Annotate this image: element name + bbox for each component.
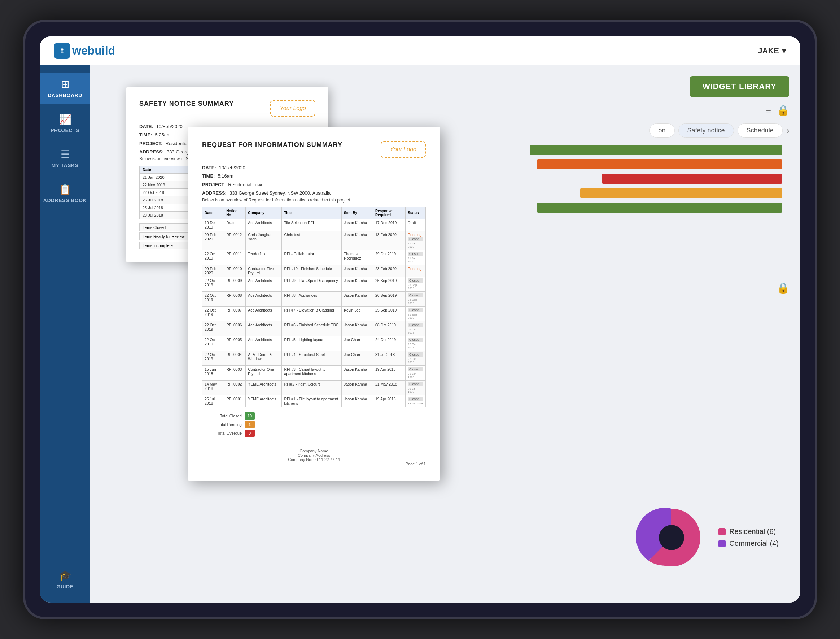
table-row: 10 Dec 2019 Draft Ace Architects Tile Se… [203,219,426,231]
rfi-totals: Total Closed 10 Total Pending 1 Total Ov… [202,412,426,437]
sidebar-item-guide[interactable]: 🎓 GUIDE [40,564,90,595]
closed-badge: Closed [408,367,423,372]
status-date: 22 Oct 2019 [408,343,423,349]
lock-icon-2: 🔒 [777,282,789,294]
footer-company: Company Name [202,449,426,453]
pie-donut-hole [659,525,684,550]
chevron-down-icon: ▾ [782,46,786,56]
rfi-col-response: Response Required [373,207,405,219]
footer-address: Company Address [202,453,426,458]
sidebar-item-dashboard[interactable]: ⊞ DASHBOARD [40,73,90,104]
rfi-col-notice: Notice No. [224,207,246,219]
rfi-col-sent-by: Sent By [341,207,373,219]
status-badge: Pending [408,266,422,271]
tab-on[interactable]: on [650,124,675,138]
status-date: 25 Sep 2019 [408,298,423,305]
logo-text: webuild [72,44,115,57]
top-bar-right: JAKE ▾ [758,46,786,56]
tasks-icon: ☰ [60,148,70,160]
widget-library-button[interactable]: WIDGET LIBRARY [689,76,789,97]
commercial-color-dot [718,540,726,547]
table-row: 15 Jun 2018 RFI.0003 Contractor One Pty … [203,366,426,380]
closed-badge: Closed [408,293,423,297]
closed-badge: Closed [408,252,423,256]
sidebar-dashboard-label: DASHBOARD [48,92,82,98]
closed-badge: Closed [408,237,423,241]
username: JAKE [758,46,779,56]
sidebar-item-address-book[interactable]: 📋 ADDRESS BOOK [40,178,90,209]
safety-notice-title: SAFETY NOTICE SUMMARY [139,100,234,108]
bar-4 [580,188,782,198]
total-pending-label: Total Pending [202,423,242,427]
rfi-title: REQUEST FOR INFORMATION SUMMARY [202,141,342,149]
total-pending-value: 1 [245,421,255,428]
closed-badge: Closed [408,308,423,312]
rfi-description: Below is an overview of Request for Info… [202,197,426,202]
rfi-logo: Your Logo [381,141,426,158]
status-date: 01 Jan 1970 [408,387,423,394]
status-date: 22 Oct 2019 [408,358,423,364]
document-stack: SAFETY NOTICE SUMMARY Your Logo DATE:10/… [126,87,401,593]
table-row: 22 Oct 2019 RFI.0006 Ace Architects RFI … [203,321,426,336]
rfi-footer: Company Name Company Address Company No:… [202,444,426,462]
legend-commercial: Commercial (4) [718,539,779,548]
commercial-label: Commercial (4) [729,539,779,548]
table-row: 22 Oct 2019 RFI.0011 Tenderfield RFI - C… [203,250,426,265]
status-badge: Pending [408,232,422,237]
closed-badge: Closed [408,397,423,401]
pie-legend: Residential (6) Commercial (4) [718,528,779,548]
tabs-chevron[interactable]: › [786,125,789,137]
rfi-col-company: Company [246,207,282,219]
lock-icon-right: 🔒 [777,282,789,294]
bar-3 [602,174,782,184]
filter-icon[interactable]: ≡ [766,105,771,116]
table-row: 22 Oct 2019 RFI.0009 Ace Architects RFI … [203,277,426,291]
total-closed-label: Total Closed [202,414,242,418]
tab-safety-notice[interactable]: Safety notice [678,124,734,138]
table-row: 09 Feb 2020 RFI.0010 Contractor Five Pty… [203,265,426,277]
address-book-icon: 📋 [59,183,71,195]
table-row: 14 May 2018 RFI.0002 YEME Architects RFI… [203,380,426,395]
sidebar-item-my-tasks[interactable]: ☰ MY TASKS [40,143,90,174]
table-row: 22 Oct 2019 RFI.0004 AFA - Doors & Windo… [203,351,426,366]
total-overdue-value: 0 [245,429,255,437]
rfi-document: REQUEST FOR INFORMATION SUMMARY Your Log… [188,127,440,480]
closed-badge: Closed [408,382,423,386]
total-overdue-row: Total Overdue 0 [202,429,426,437]
total-overdue-label: Total Overdue [202,431,242,436]
status-date: 01 Jan 1970 [408,372,423,379]
pie-chart-area: Residential (6) Commercial (4) [636,501,779,574]
status-date: 25 Sep 2019 [408,313,423,320]
status-date: 21 Jan 2020 [408,242,423,248]
table-row: 22 Oct 2019 RFI.0007 Ace Architects RFI … [203,306,426,321]
status-date: 21 Jan 2020 [408,257,423,263]
rfi-meta: DATE:10/Feb/2020 TIME:5:16am PROJECT:Res… [202,164,426,197]
user-menu[interactable]: JAKE ▾ [758,46,786,56]
table-row: 22 Oct 2019 RFI.0008 Ace Architects RFI … [203,291,426,306]
sidebar: ⊞ DASHBOARD 📈 PROJECTS ☰ MY TASKS 📋 ADDR… [40,65,90,602]
rfi-col-date: Date [203,207,224,219]
closed-badge: Closed [408,352,423,357]
status-badge: Draft [408,221,416,225]
status-date: 07 Oct 2019 [408,328,423,334]
footer-abn: Company No: 00 11 22 77 44 [202,458,426,462]
dashboard-icon: ⊞ [61,78,69,90]
status-date: 23 Sep 2019 [408,283,423,290]
rfi-table: Date Notice No. Company Title Sent By Re… [202,207,426,407]
bar-1 [530,145,782,155]
table-row: 22 Oct 2019 RFI.0005 Ace Architects RFI … [203,336,426,351]
logo-icon [54,43,70,59]
residential-label: Residential (6) [729,528,776,536]
bar-5 [537,202,782,213]
sidebar-item-projects[interactable]: 📈 PROJECTS [40,108,90,139]
logo: webuild [54,43,115,59]
tab-schedule[interactable]: Schedule [737,124,783,138]
total-pending-row: Total Pending 1 [202,421,426,428]
content-area: WIDGET LIBRARY ≡ 🔒 on Safety notice Sche… [90,65,800,602]
table-row: 25 Jul 2018 RFI.0001 YEME Architects RFI… [203,395,426,407]
top-bar: webuild JAKE ▾ [40,37,800,65]
safety-notice-logo: Your Logo [270,100,315,117]
table-row: 09 Feb 2020 RFI.0012 Chris Junghan Yoon … [203,231,426,250]
closed-badge: Closed [408,278,423,283]
rfi-col-title: Title [282,207,342,219]
